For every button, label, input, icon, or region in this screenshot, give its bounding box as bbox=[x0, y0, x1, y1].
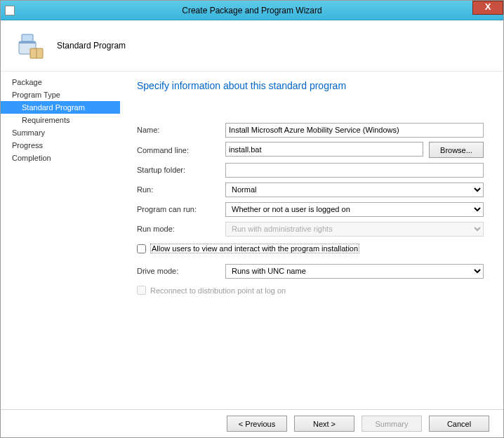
reconnect-row: Reconnect to distribution point at log o… bbox=[137, 286, 484, 295]
run-select[interactable]: Normal bbox=[225, 182, 484, 197]
label-name: Name: bbox=[137, 126, 225, 134]
label-run: Run: bbox=[137, 185, 225, 194]
cancel-button[interactable]: Cancel bbox=[429, 416, 489, 432]
page-heading: Specify information about this standard … bbox=[137, 80, 484, 91]
titlebar: Create Package and Program Wizard X bbox=[1, 1, 503, 20]
sidebar-item-progress[interactable]: Progress bbox=[1, 139, 120, 152]
startup-folder-input[interactable] bbox=[225, 163, 484, 178]
browse-button[interactable]: Browse... bbox=[429, 142, 484, 158]
run-mode-select: Run with administrative rights bbox=[225, 222, 484, 237]
reconnect-label: Reconnect to distribution point at log o… bbox=[150, 286, 286, 295]
sidebar-item-summary[interactable]: Summary bbox=[1, 126, 120, 139]
command-line-input[interactable] bbox=[225, 142, 423, 157]
reconnect-checkbox bbox=[137, 286, 146, 295]
svg-rect-4 bbox=[22, 34, 33, 41]
allow-users-label: Allow users to view and interact with th… bbox=[150, 244, 359, 253]
sidebar-item-standard-program[interactable]: Standard Program bbox=[1, 101, 120, 114]
summary-button: Summary bbox=[362, 416, 422, 432]
label-startup-folder: Startup folder: bbox=[137, 166, 225, 174]
body: Package Program Type Standard Program Re… bbox=[1, 72, 503, 419]
allow-users-checkbox[interactable] bbox=[137, 244, 146, 253]
sidebar: Package Program Type Standard Program Re… bbox=[1, 72, 120, 419]
sidebar-item-requirements[interactable]: Requirements bbox=[1, 114, 120, 126]
app-icon bbox=[5, 6, 15, 15]
package-icon bbox=[15, 30, 46, 61]
main-panel: Specify information about this standard … bbox=[120, 72, 503, 419]
label-drive-mode: Drive mode: bbox=[137, 267, 225, 275]
close-button[interactable]: X bbox=[472, 1, 503, 15]
wizard-header: Standard Program bbox=[1, 20, 503, 72]
previous-button[interactable]: < Previous bbox=[227, 416, 287, 432]
program-can-run-select[interactable]: Whether or not a user is logged on bbox=[225, 202, 484, 217]
sidebar-item-program-type[interactable]: Program Type bbox=[1, 88, 120, 101]
footer: < Previous Next > Summary Cancel bbox=[1, 409, 503, 437]
name-input[interactable] bbox=[225, 123, 484, 138]
sidebar-item-package[interactable]: Package bbox=[1, 76, 120, 88]
label-command-line: Command line: bbox=[137, 146, 225, 154]
label-program-can-run: Program can run: bbox=[137, 205, 225, 213]
allow-users-row: Allow users to view and interact with th… bbox=[137, 244, 484, 253]
sidebar-item-completion[interactable]: Completion bbox=[1, 152, 120, 164]
label-run-mode: Run mode: bbox=[137, 225, 225, 233]
window-title: Create Package and Program Wizard bbox=[182, 6, 321, 15]
header-title: Standard Program bbox=[57, 41, 126, 51]
next-button[interactable]: Next > bbox=[294, 416, 354, 432]
drive-mode-select[interactable]: Runs with UNC name bbox=[225, 264, 484, 279]
